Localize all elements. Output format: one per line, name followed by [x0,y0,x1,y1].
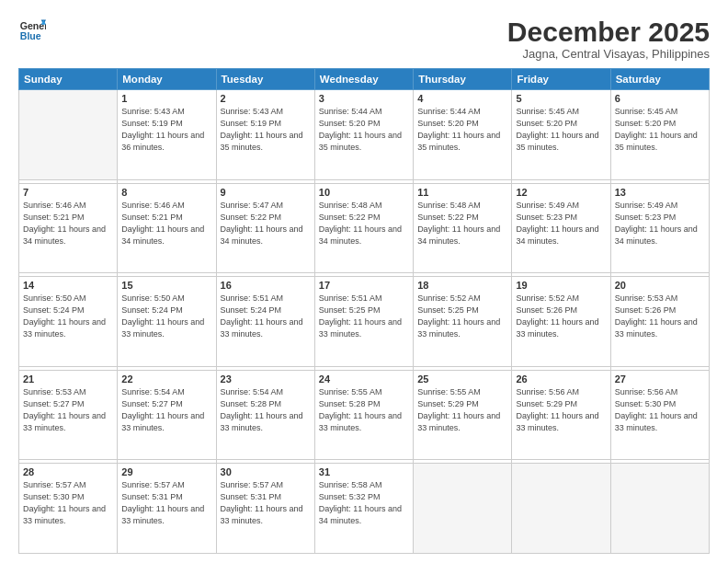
day-number: 16 [221,280,311,291]
calendar-cell [19,90,118,180]
calendar-cell: 27Sunrise: 5:56 AMSunset: 5:30 PMDayligh… [610,370,709,460]
calendar-cell: 3Sunrise: 5:44 AMSunset: 5:20 PMDaylight… [314,90,413,180]
day-number: 28 [23,466,113,477]
day-info: Sunrise: 5:57 AMSunset: 5:31 PMDaylight:… [121,479,211,527]
day-number: 4 [417,93,507,104]
calendar-cell [512,464,610,554]
day-number: 17 [319,280,409,291]
calendar-header-friday: Friday [512,69,610,90]
calendar-header-sunday: Sunday [19,69,118,90]
calendar-cell: 28Sunrise: 5:57 AMSunset: 5:30 PMDayligh… [19,464,118,554]
day-info: Sunrise: 5:53 AMSunset: 5:27 PMDaylight:… [23,386,113,434]
title-block: December 2025 Jagna, Central Visayas, Ph… [507,17,710,61]
calendar-cell: 30Sunrise: 5:57 AMSunset: 5:31 PMDayligh… [216,464,314,554]
day-info: Sunrise: 5:50 AMSunset: 5:24 PMDaylight:… [23,293,113,340]
day-info: Sunrise: 5:52 AMSunset: 5:25 PMDaylight:… [417,293,507,340]
day-info: Sunrise: 5:58 AMSunset: 5:32 PMDaylight:… [319,479,409,527]
day-number: 3 [319,93,409,104]
calendar-cell [610,464,709,554]
day-number: 27 [615,373,705,385]
day-number: 1 [121,93,211,104]
day-number: 12 [516,187,606,198]
day-number: 8 [121,187,211,198]
calendar-cell: 1Sunrise: 5:43 AMSunset: 5:19 PMDaylight… [118,90,216,180]
day-number: 5 [516,93,606,104]
calendar-cell: 5Sunrise: 5:45 AMSunset: 5:20 PMDaylight… [512,90,610,180]
day-number: 24 [319,373,409,385]
calendar-cell: 18Sunrise: 5:52 AMSunset: 5:25 PMDayligh… [414,277,512,367]
calendar-cell: 31Sunrise: 5:58 AMSunset: 5:32 PMDayligh… [314,464,413,554]
day-info: Sunrise: 5:55 AMSunset: 5:28 PMDaylight:… [319,386,409,434]
day-number: 2 [221,93,311,104]
calendar-cell: 4Sunrise: 5:44 AMSunset: 5:20 PMDaylight… [414,90,512,180]
day-info: Sunrise: 5:50 AMSunset: 5:24 PMDaylight:… [121,293,211,340]
day-info: Sunrise: 5:49 AMSunset: 5:23 PMDaylight:… [516,200,606,247]
day-info: Sunrise: 5:45 AMSunset: 5:20 PMDaylight:… [516,106,606,154]
calendar-cell: 2Sunrise: 5:43 AMSunset: 5:19 PMDaylight… [216,90,314,180]
calendar-header-row: SundayMondayTuesdayWednesdayThursdayFrid… [19,69,710,90]
calendar-cell: 8Sunrise: 5:46 AMSunset: 5:21 PMDaylight… [118,183,216,273]
day-number: 26 [516,373,606,385]
day-number: 10 [319,187,409,198]
day-number: 30 [221,466,311,477]
logo-icon: General Blue [18,17,46,44]
day-number: 14 [23,280,113,291]
svg-text:Blue: Blue [20,30,41,41]
day-number: 18 [417,280,507,291]
calendar-cell: 24Sunrise: 5:55 AMSunset: 5:28 PMDayligh… [314,370,413,460]
day-info: Sunrise: 5:44 AMSunset: 5:20 PMDaylight:… [319,106,409,154]
calendar-cell: 14Sunrise: 5:50 AMSunset: 5:24 PMDayligh… [19,277,118,367]
calendar-cell: 10Sunrise: 5:48 AMSunset: 5:22 PMDayligh… [314,183,413,273]
day-number: 23 [221,373,311,385]
day-info: Sunrise: 5:55 AMSunset: 5:29 PMDaylight:… [417,386,507,434]
calendar-week-row: 1Sunrise: 5:43 AMSunset: 5:19 PMDaylight… [19,90,710,180]
day-info: Sunrise: 5:56 AMSunset: 5:30 PMDaylight:… [615,386,705,434]
day-info: Sunrise: 5:48 AMSunset: 5:22 PMDaylight:… [417,200,507,247]
day-number: 9 [221,187,311,198]
calendar-cell: 17Sunrise: 5:51 AMSunset: 5:25 PMDayligh… [314,277,413,367]
calendar-cell: 23Sunrise: 5:54 AMSunset: 5:28 PMDayligh… [216,370,314,460]
page: General Blue December 2025 Jagna, Centra… [0,0,728,563]
calendar-header-wednesday: Wednesday [314,69,413,90]
calendar-cell: 29Sunrise: 5:57 AMSunset: 5:31 PMDayligh… [118,464,216,554]
day-number: 25 [417,373,507,385]
day-info: Sunrise: 5:44 AMSunset: 5:20 PMDaylight:… [417,106,507,154]
calendar-cell: 20Sunrise: 5:53 AMSunset: 5:26 PMDayligh… [610,277,709,367]
day-number: 29 [121,466,211,477]
calendar-header-monday: Monday [118,69,216,90]
day-info: Sunrise: 5:46 AMSunset: 5:21 PMDaylight:… [23,200,113,247]
calendar-cell [414,464,512,554]
calendar-table: SundayMondayTuesdayWednesdayThursdayFrid… [18,68,710,554]
calendar-cell: 19Sunrise: 5:52 AMSunset: 5:26 PMDayligh… [512,277,610,367]
day-number: 6 [615,93,705,104]
day-number: 31 [319,466,409,477]
calendar-cell: 26Sunrise: 5:56 AMSunset: 5:29 PMDayligh… [512,370,610,460]
day-number: 22 [121,373,211,385]
calendar-week-row: 28Sunrise: 5:57 AMSunset: 5:30 PMDayligh… [19,464,710,554]
day-info: Sunrise: 5:43 AMSunset: 5:19 PMDaylight:… [221,106,311,154]
day-info: Sunrise: 5:53 AMSunset: 5:26 PMDaylight:… [615,293,705,340]
day-number: 21 [23,373,113,385]
day-info: Sunrise: 5:52 AMSunset: 5:26 PMDaylight:… [516,293,606,340]
day-info: Sunrise: 5:57 AMSunset: 5:30 PMDaylight:… [23,479,113,527]
calendar-cell: 6Sunrise: 5:45 AMSunset: 5:20 PMDaylight… [610,90,709,180]
calendar-header-thursday: Thursday [414,69,512,90]
calendar-header-tuesday: Tuesday [216,69,314,90]
logo: General Blue [18,17,46,44]
calendar-cell: 11Sunrise: 5:48 AMSunset: 5:22 PMDayligh… [414,183,512,273]
subtitle: Jagna, Central Visayas, Philippines [507,47,710,61]
day-info: Sunrise: 5:56 AMSunset: 5:29 PMDaylight:… [516,386,606,434]
day-number: 13 [615,187,705,198]
day-info: Sunrise: 5:43 AMSunset: 5:19 PMDaylight:… [121,106,211,154]
day-number: 11 [417,187,507,198]
day-number: 20 [615,280,705,291]
day-info: Sunrise: 5:54 AMSunset: 5:27 PMDaylight:… [121,386,211,434]
calendar-cell: 21Sunrise: 5:53 AMSunset: 5:27 PMDayligh… [19,370,118,460]
calendar-header-saturday: Saturday [610,69,709,90]
calendar-week-row: 21Sunrise: 5:53 AMSunset: 5:27 PMDayligh… [19,370,710,460]
day-info: Sunrise: 5:54 AMSunset: 5:28 PMDaylight:… [221,386,311,434]
day-info: Sunrise: 5:48 AMSunset: 5:22 PMDaylight:… [319,200,409,247]
day-info: Sunrise: 5:46 AMSunset: 5:21 PMDaylight:… [121,200,211,247]
calendar-week-row: 7Sunrise: 5:46 AMSunset: 5:21 PMDaylight… [19,183,710,273]
calendar-cell: 16Sunrise: 5:51 AMSunset: 5:24 PMDayligh… [216,277,314,367]
